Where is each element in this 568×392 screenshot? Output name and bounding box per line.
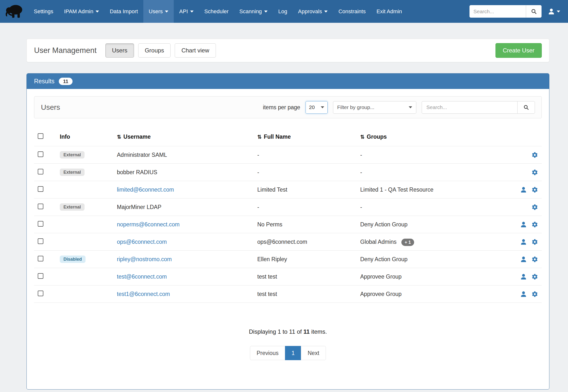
user-icon[interactable]	[520, 186, 527, 193]
nav-item-users[interactable]: Users	[143, 0, 174, 23]
table-row: limited@6connect.com Limited Test Limite…	[34, 181, 542, 198]
chevron-down-icon	[264, 11, 268, 13]
user-icon[interactable]	[520, 256, 527, 263]
user-icon[interactable]	[520, 221, 527, 228]
gear-icon[interactable]	[531, 256, 538, 263]
sort-icon[interactable]: ⇅	[117, 134, 121, 140]
nav-item-scanning[interactable]: Scanning	[234, 0, 273, 23]
row-checkbox[interactable]	[38, 256, 43, 261]
username-link[interactable]: limited@6connect.com	[117, 186, 174, 193]
user-icon[interactable]	[520, 239, 527, 245]
nav-item-settings[interactable]: Settings	[28, 0, 59, 23]
user-account-menu[interactable]	[548, 8, 560, 15]
mammoth-logo-icon	[5, 3, 24, 20]
view-tab-groups[interactable]: Groups	[138, 43, 171, 57]
gear-icon[interactable]	[531, 152, 538, 158]
full-name-cell: -	[257, 169, 360, 176]
nav-label: Constraints	[338, 8, 366, 15]
row-checkbox[interactable]	[38, 186, 43, 192]
gear-icon[interactable]	[531, 221, 538, 228]
nav-label: Scanning	[239, 8, 262, 15]
table-search-input[interactable]	[422, 101, 517, 114]
nav-item-approvals[interactable]: Approvals	[293, 0, 333, 23]
row-checkbox[interactable]	[38, 221, 43, 227]
global-search-input[interactable]	[469, 5, 526, 18]
create-user-button[interactable]: Create User	[496, 43, 542, 58]
row-checkbox[interactable]	[38, 169, 43, 174]
gear-icon[interactable]	[531, 291, 538, 297]
more-groups-badge[interactable]: + 1	[401, 239, 414, 246]
global-search-button[interactable]	[526, 5, 541, 18]
column-header-label: Full Name	[264, 134, 291, 140]
filter-by-group-value: Filter by group...	[337, 104, 374, 110]
nav-item-exit-admin[interactable]: Exit Admin	[371, 0, 407, 23]
results-panel: Results 11 Users items per page 20 Filte…	[27, 73, 549, 390]
nav-item-data-import[interactable]: Data Import	[104, 0, 143, 23]
row-checkbox[interactable]	[38, 238, 43, 244]
nav-label: Users	[149, 8, 163, 15]
username-link[interactable]: test1@6connect.com	[117, 291, 170, 297]
groups-cell: Approvee Group	[360, 273, 506, 280]
nav-item-constraints[interactable]: Constraints	[333, 0, 371, 23]
nav-item-ipam-admin[interactable]: IPAM Admin	[59, 0, 104, 23]
header-checkbox-cell	[38, 133, 60, 140]
nav-item-scheduler[interactable]: Scheduler	[199, 0, 234, 23]
column-header-label: Username	[124, 134, 151, 140]
nav-label: Data Import	[110, 8, 138, 15]
results-header: Results 11	[27, 73, 549, 89]
nav-item-log[interactable]: Log	[273, 0, 293, 23]
table-search-button[interactable]	[517, 101, 535, 114]
next-page-button[interactable]: Next	[301, 346, 326, 360]
username-text: bobber RADIUS	[117, 169, 257, 176]
username-link[interactable]: noperms@6connect.com	[117, 221, 180, 228]
gear-icon[interactable]	[531, 186, 538, 193]
filter-by-group-select[interactable]: Filter by group...	[333, 101, 416, 114]
items-per-page-value: 20	[309, 104, 315, 110]
groups-text: Global Admins	[360, 239, 397, 245]
gear-icon[interactable]	[531, 273, 538, 280]
sort-icon[interactable]: ⇅	[360, 134, 365, 140]
username-link[interactable]: ripley@nostromo.com	[117, 256, 172, 262]
app-logo[interactable]	[0, 0, 28, 23]
page-title: User Management	[34, 46, 97, 55]
table-row: External Administrator SAML - -	[34, 146, 542, 164]
column-header-username[interactable]: ⇅Username	[117, 134, 257, 140]
row-checkbox[interactable]	[38, 291, 43, 296]
chevron-down-icon	[165, 11, 168, 13]
user-icon[interactable]	[520, 291, 527, 297]
gear-icon[interactable]	[531, 239, 538, 245]
row-checkbox[interactable]	[38, 204, 43, 209]
groups-cell: -	[360, 204, 506, 210]
sort-icon[interactable]: ⇅	[257, 134, 262, 140]
view-tab-users[interactable]: Users	[105, 43, 134, 57]
previous-page-button[interactable]: Previous	[250, 346, 285, 360]
full-name-cell: -	[257, 152, 360, 158]
global-search	[469, 5, 541, 18]
groups-cell: Global Admins+ 1	[360, 239, 506, 245]
user-management-panel: User Management Users Groups Chart view …	[27, 39, 549, 62]
items-per-page-select[interactable]: 20	[306, 101, 328, 114]
navbar-right	[469, 0, 568, 23]
view-tab-chart-view[interactable]: Chart view	[175, 43, 216, 57]
nav-label: Approvals	[298, 8, 322, 15]
full-name-cell: -	[257, 204, 360, 210]
username-link[interactable]: ops@6connect.com	[117, 239, 167, 245]
status-badge-disabled: Disabled	[60, 255, 85, 263]
chevron-down-icon	[321, 106, 324, 108]
nav-item-api[interactable]: API	[174, 0, 199, 23]
user-icon[interactable]	[520, 273, 527, 280]
table-header-row: Info ⇅Username ⇅Full Name ⇅Groups	[34, 128, 542, 146]
username-link[interactable]: test@6connect.com	[117, 273, 167, 280]
page-1-button[interactable]: 1	[285, 346, 301, 360]
table-row: test@6connect.com test test Approvee Gro…	[34, 268, 542, 285]
select-all-checkbox[interactable]	[38, 133, 43, 139]
chevron-down-icon	[409, 106, 412, 108]
row-checkbox[interactable]	[38, 151, 43, 157]
column-header-groups[interactable]: ⇅Groups	[360, 134, 506, 140]
column-header-full-name[interactable]: ⇅Full Name	[257, 134, 360, 140]
gear-icon[interactable]	[531, 204, 538, 210]
search-icon	[523, 105, 529, 110]
column-header-info: Info	[60, 134, 117, 140]
gear-icon[interactable]	[531, 169, 538, 176]
row-checkbox[interactable]	[38, 273, 43, 279]
